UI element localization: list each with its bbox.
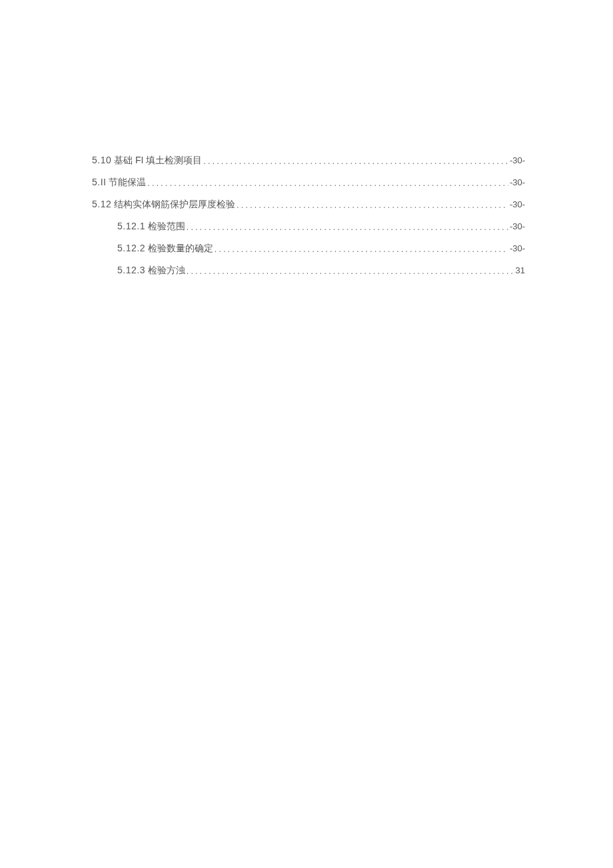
toc-page-number: -30-	[510, 243, 525, 253]
toc-leader-dots	[215, 245, 508, 254]
toc-leader-dots	[147, 179, 508, 188]
table-of-contents: 5.10 基础 FI 填土检测项目 -30- 5.II 节能保温 -30- 5.…	[92, 155, 525, 287]
toc-leader-dots	[187, 223, 508, 232]
toc-entry: 5.II 节能保温 -30-	[92, 177, 525, 189]
toc-label: 5.12.3 检验方浊	[117, 265, 185, 277]
toc-leader-dots	[187, 267, 514, 276]
toc-entry: 5.12 结构实体钢筋保护层厚度检验 -30-	[92, 199, 525, 211]
toc-entry: 5.12.1 检验范围 -30-	[92, 221, 525, 233]
toc-page-number: -30-	[510, 155, 525, 165]
toc-label: 5.12.1 检验范围	[117, 221, 185, 233]
toc-label: 5.12 结构实体钢筋保护层厚度检验	[92, 199, 235, 211]
toc-label: 5.II 节能保温	[92, 177, 146, 189]
toc-leader-dots	[203, 157, 508, 166]
toc-label: 5.10 基础 FI 填土检测项目	[92, 155, 202, 167]
toc-page-number: -30-	[510, 221, 525, 231]
toc-label: 5.12.2 检验数量的确定	[117, 243, 213, 255]
toc-entry: 5.10 基础 FI 填土检测项目 -30-	[92, 155, 525, 167]
toc-page-number: -30-	[510, 177, 525, 187]
toc-page-number: -30-	[510, 199, 525, 209]
toc-entry: 5.12.2 检验数量的确定 -30-	[92, 243, 525, 255]
toc-leader-dots	[237, 201, 508, 210]
toc-entry: 5.12.3 检验方浊 31	[92, 265, 525, 277]
toc-page-number: 31	[516, 265, 525, 275]
